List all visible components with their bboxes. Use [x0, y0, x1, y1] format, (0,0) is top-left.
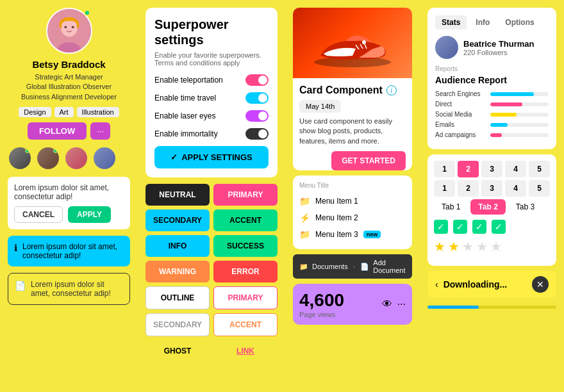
num-4-r2[interactable]: 4: [505, 180, 526, 197]
docs-icon: 📁: [299, 263, 308, 271]
num-4-r1[interactable]: 4: [505, 161, 526, 177]
more-options-button[interactable]: ···: [90, 122, 110, 140]
column-1: Betsy Braddock Strategic Art Manager Glo…: [0, 0, 138, 392]
num-2-r2[interactable]: 2: [458, 180, 479, 197]
tab-3[interactable]: Tab 3: [508, 199, 542, 215]
column-4: Stats Info Options Beatrice Thurman 220 …: [420, 0, 564, 392]
menu-item-1[interactable]: 📁 Menu Item 1: [299, 193, 406, 209]
star-3[interactable]: ★: [462, 239, 474, 254]
checkbox-3[interactable]: ✓: [472, 220, 486, 234]
star-4[interactable]: ★: [476, 239, 488, 254]
stat-number: 4,600: [299, 290, 344, 311]
outline-text: Lorem ipsum dolor sit amet, consectetur …: [31, 280, 123, 298]
checkbox-2[interactable]: ✓: [453, 220, 467, 234]
btn-secondary[interactable]: SECONDARY: [145, 209, 210, 231]
card-info-icon[interactable]: i: [386, 85, 397, 95]
mini-avatar-2[interactable]: [36, 146, 60, 170]
more-icon[interactable]: ···: [397, 298, 406, 310]
add-document-label[interactable]: Add Document: [373, 259, 406, 274]
btn-success[interactable]: SUCCESS: [213, 235, 278, 257]
btn-ghost[interactable]: GHOST: [145, 340, 210, 362]
tab-1[interactable]: Tab 1: [434, 199, 468, 215]
num-3-r2[interactable]: 3: [481, 180, 502, 197]
eye-icon[interactable]: 👁: [382, 298, 392, 310]
checkbox-4[interactable]: ✓: [492, 220, 506, 234]
docs-separator: ›: [353, 263, 356, 270]
tabs-row: Tab 1 Tab 2 Tab 3: [434, 199, 550, 215]
progress-track: [427, 306, 556, 309]
card-desc: Use card component to easily show blog p…: [299, 117, 406, 146]
num-5-r2[interactable]: 5: [529, 180, 550, 197]
num-1-r1[interactable]: 1: [434, 161, 455, 177]
lorem-actions: CANCEL APPLY: [14, 206, 124, 223]
bar-label-ad: Ad campaigns: [435, 131, 486, 138]
mini-avatar-1[interactable]: [8, 146, 32, 170]
bar-fill-ad: [490, 133, 502, 137]
date-badge: May 14th: [299, 100, 341, 113]
follow-button[interactable]: FOLLOW: [28, 122, 87, 140]
user-avatar: [435, 36, 458, 59]
toggle-time-travel-switch[interactable]: [245, 92, 269, 104]
bar-fill-direct: [490, 102, 522, 106]
star-5[interactable]: ★: [490, 239, 502, 254]
cancel-button[interactable]: CANCEL: [14, 206, 63, 223]
btn-primary-outline[interactable]: PRIMARY: [213, 286, 278, 309]
mini-avatar-3[interactable]: [64, 146, 88, 170]
bar-direct: Direct: [435, 101, 549, 108]
superpower-desc: Enable your favorite superpowers. Terms …: [154, 51, 269, 67]
tag-illustration[interactable]: Illustration: [77, 107, 119, 117]
superpower-title: Superpower settings: [154, 17, 269, 47]
bar-track-search: [490, 92, 549, 96]
toggle-immortality-switch[interactable]: [245, 128, 269, 140]
bar-label-search: Search Engines: [435, 90, 486, 97]
card-title: Card Component: [299, 85, 383, 96]
num-2-r1[interactable]: 2: [458, 161, 479, 177]
star-2[interactable]: ★: [448, 239, 460, 254]
outline-box: 📄 Lorem ipsum dolor sit amet, consectetu…: [8, 273, 130, 305]
btn-warning[interactable]: WARNING: [145, 261, 210, 282]
btn-primary[interactable]: PRIMARY: [213, 184, 278, 206]
new-badge: new: [363, 231, 381, 238]
btn-link[interactable]: LINK: [213, 340, 278, 362]
num-1-r2[interactable]: 1: [434, 180, 455, 197]
btn-neutral[interactable]: NEUTRAL: [145, 184, 210, 206]
btn-secondary-outline[interactable]: SECONDARY: [145, 313, 210, 336]
column-3: Card Component i May 14th Use card compo…: [285, 0, 420, 392]
star-1[interactable]: ★: [434, 239, 445, 254]
btn-info[interactable]: INFO: [145, 235, 210, 257]
info-box: ℹ Lorem ipsum dolor sit amet, consectetu…: [8, 236, 130, 266]
checkbox-1[interactable]: ✓: [434, 220, 448, 234]
num-5-r1[interactable]: 5: [529, 161, 550, 177]
tab-info[interactable]: Info: [469, 15, 496, 29]
toggle-laser-eyes-switch[interactable]: [245, 110, 269, 122]
tag-art[interactable]: Art: [54, 107, 74, 117]
stat-label: Page views: [299, 311, 344, 318]
num-3-r1[interactable]: 3: [481, 161, 502, 177]
profile-tags: Design Art Illustration: [19, 107, 119, 117]
profile-title: Strategic Art Manager Global Illustratio…: [21, 72, 117, 102]
btn-outline[interactable]: OUTLINE: [145, 286, 210, 309]
svg-point-6: [362, 40, 366, 44]
menu-item-2[interactable]: ⚡ Menu Item 2: [299, 209, 406, 226]
apply-settings-button[interactable]: ✓ APPLY SETTINGS: [154, 146, 269, 168]
tab-stats[interactable]: Stats: [435, 15, 467, 29]
docs-label[interactable]: Documents: [312, 263, 348, 270]
chevron-left-icon[interactable]: ‹: [435, 279, 438, 290]
tab-options[interactable]: Options: [499, 15, 540, 29]
button-grid: NEUTRAL PRIMARY SECONDARY ACCENT INFO SU…: [145, 184, 278, 362]
get-started-button[interactable]: GET STARTED: [331, 151, 406, 170]
svg-point-4: [71, 26, 74, 28]
apply-button[interactable]: APPLY: [68, 206, 111, 223]
tag-design[interactable]: Design: [19, 107, 51, 117]
tab-2[interactable]: Tab 2: [470, 199, 505, 215]
btn-error[interactable]: ERROR: [213, 261, 278, 282]
toggle-teleportation-switch[interactable]: [245, 74, 269, 86]
mini-avatar-4[interactable]: [92, 146, 117, 170]
profile-card: Betsy Braddock Strategic Art Manager Glo…: [8, 8, 130, 140]
close-button[interactable]: ✕: [532, 276, 549, 293]
menu-item-3[interactable]: 📁 Menu Item 3 new: [299, 226, 406, 243]
card-image: [293, 8, 412, 78]
btn-accent[interactable]: ACCENT: [213, 209, 278, 231]
toggle-teleportation: Enable teleportation: [154, 74, 269, 86]
btn-accent-outline[interactable]: ACCENT: [213, 313, 278, 336]
